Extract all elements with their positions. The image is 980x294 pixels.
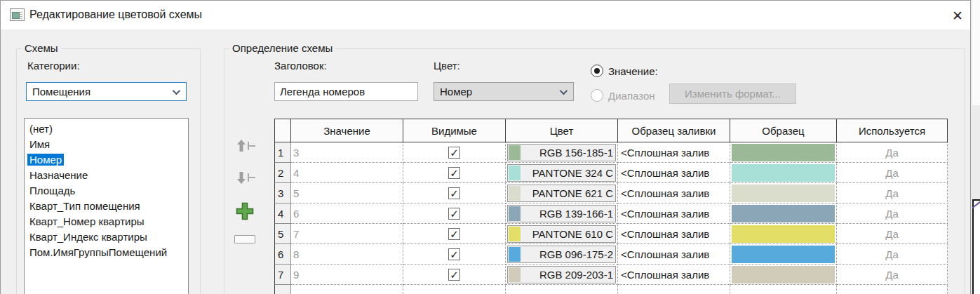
row-number [274,285,291,294]
category-dropdown[interactable]: Помещения [26,82,187,101]
visible-cell: ✓ [403,203,506,224]
color-dropdown[interactable]: Номер [434,82,574,101]
in-use-cell [837,285,948,294]
fill-pattern-cell[interactable]: <Сплошная залив [618,183,730,203]
value-cell[interactable]: 5 [291,183,403,203]
list-item[interactable]: Кварт_Номер квартиры [25,214,188,229]
visible-cell: ✓ [403,163,506,183]
value-cell[interactable]: 3 [291,142,403,163]
move-up-button [236,138,256,156]
in-use-cell: Да [837,163,948,183]
color-picker-button[interactable]: PANTONE 621 C [507,185,616,202]
table-header-sample: Образец [730,119,837,142]
app-window-icon [10,8,25,21]
list-item[interactable]: Пом.ИмяГруппыПомещений [25,245,188,260]
close-icon: ✕ [952,8,963,24]
color-cell: PANTONE 324 C [506,163,618,183]
color-chip [509,206,521,221]
list-item[interactable]: Имя [25,137,188,152]
radio-by-range [591,89,603,102]
color-cell: RGB 209-203-1 [506,265,618,285]
in-use-cell: Да [837,142,948,163]
sample-cell [730,244,837,265]
chevron-down-icon [560,87,568,95]
color-swatch [732,205,835,222]
color-picker-button[interactable]: PANTONE 610 C [507,225,616,243]
row-number: 5 [274,224,291,244]
list-item[interactable]: Кварт_Тип помещения [25,199,188,214]
color-cell: RGB 156-185-1 [506,142,618,163]
value-cell[interactable]: 6 [291,203,403,224]
color-chip [509,247,521,262]
add-value-button[interactable] [235,201,255,223]
table-header-value: Значение [291,119,403,142]
value-cell[interactable]: 4 [291,163,403,183]
color-dropdown-value: Номер [440,86,472,98]
color-swatch [732,144,835,161]
color-picker-button[interactable]: RGB 139-166-1 [507,205,616,222]
remove-value-button [234,235,255,243]
color-chip [509,166,521,180]
color-name: PANTONE 324 C [521,165,615,181]
table-header-color: Цвет [506,119,618,142]
fill-pattern-cell[interactable]: <Сплошная залив [618,203,730,224]
color-picker-button[interactable]: RGB 096-175-2 [507,246,616,263]
list-item[interactable]: Кварт_Индекс квартиры [25,229,188,245]
table-header-fill: Образец заливки [618,119,730,142]
value-cell[interactable]: 8 [291,244,403,265]
list-item[interactable]: Назначение [25,168,188,183]
dialog-title: Редактирование цветовой схемы [29,8,202,21]
categories-label: Категории: [27,60,80,72]
visible-checkbox[interactable]: ✓ [448,208,460,220]
visible-cell [403,285,506,294]
color-name: RGB 209-203-1 [521,267,615,283]
visible-checkbox[interactable]: ✓ [448,167,460,179]
color-swatch [732,246,835,263]
color-cell: RGB 096-175-2 [506,244,618,265]
color-picker-button[interactable]: PANTONE 324 C [507,164,616,182]
visible-checkbox[interactable]: ✓ [448,187,460,199]
visible-cell: ✓ [403,224,506,244]
value-cell [291,285,403,294]
visible-checkbox[interactable]: ✓ [448,269,460,281]
fill-pattern-cell[interactable]: <Сплошная залив [618,265,730,285]
sample-cell [730,142,837,163]
check-icon: ✓ [450,188,459,199]
visible-checkbox[interactable]: ✓ [448,147,460,159]
fill-pattern-cell[interactable]: <Сплошная залив [618,244,730,265]
move-up-icon [236,138,256,154]
color-cell: PANTONE 610 C [506,224,618,244]
scheme-list[interactable]: (нет) Имя Номер Назначение Площадь Кварт… [24,118,189,294]
color-swatch [732,266,835,283]
fill-pattern-cell[interactable]: <Сплошная залив [618,163,730,183]
list-item[interactable]: (нет) [25,121,188,137]
visible-checkbox[interactable]: ✓ [448,248,460,260]
title-input[interactable] [274,82,418,101]
value-cell[interactable]: 7 [291,224,403,244]
edit-format-button: Изменить формат... [669,83,796,104]
list-item[interactable]: Площадь [25,183,188,199]
visible-checkbox[interactable]: ✓ [448,228,460,240]
sample-cell [730,203,837,224]
fill-pattern-cell[interactable]: <Сплошная залив [618,142,730,163]
close-button[interactable]: ✕ [946,5,969,26]
sample-cell [730,224,837,244]
in-use-cell: Да [837,224,948,244]
color-scheme-table: Значение Видимые Цвет Образец заливки Об… [274,119,948,294]
color-chip [509,145,521,160]
plus-icon [235,201,255,221]
value-cell[interactable]: 9 [291,265,403,285]
in-use-cell: Да [837,265,948,285]
color-name: PANTONE 610 C [521,226,615,242]
color-picker-button[interactable]: RGB 156-185-1 [507,144,616,161]
fill-pattern-cell[interactable]: <Сплошная залив [618,224,730,244]
color-cell: RGB 139-166-1 [506,203,618,224]
color-picker-button[interactable]: RGB 209-203-1 [507,266,616,283]
edit-color-scheme-dialog: Редактирование цветовой схемы ✕ Схемы Ка… [0,0,971,294]
color-chip [509,267,521,282]
table-header-corner [274,119,291,142]
radio-by-value[interactable] [591,65,603,77]
list-item-selected[interactable]: Номер [25,152,188,168]
background-window-fragment [972,199,980,294]
color-swatch [732,225,835,243]
